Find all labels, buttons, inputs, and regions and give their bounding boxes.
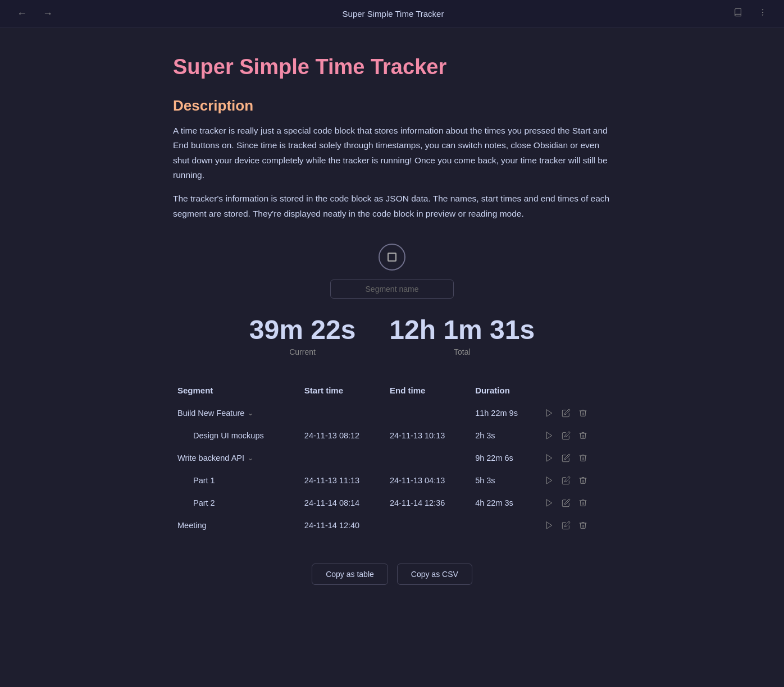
total-time-label: Total bbox=[454, 347, 471, 356]
play-icon bbox=[545, 498, 554, 507]
trash-icon bbox=[578, 521, 587, 530]
edit-button[interactable] bbox=[560, 497, 572, 509]
segment-name: Write backend API bbox=[177, 454, 244, 462]
edit-icon bbox=[562, 521, 571, 530]
cell-start: 24-11-13 11:13 bbox=[300, 469, 385, 492]
play-icon bbox=[545, 431, 554, 440]
table-header-row: Segment Start time End time Duration bbox=[173, 379, 611, 402]
cell-start: 24-11-14 12:40 bbox=[300, 514, 385, 537]
topbar-icons bbox=[730, 7, 771, 21]
play-button[interactable] bbox=[544, 497, 555, 509]
col-start: Start time bbox=[300, 379, 385, 402]
play-icon bbox=[545, 454, 554, 462]
play-button[interactable] bbox=[544, 452, 555, 464]
delete-button[interactable] bbox=[577, 475, 589, 486]
trash-icon bbox=[578, 476, 587, 485]
edit-icon bbox=[562, 476, 571, 485]
copy-as-table-button[interactable]: Copy as table bbox=[312, 564, 388, 585]
cell-actions bbox=[539, 447, 611, 469]
topbar-title: Super Simple Time Tracker bbox=[56, 9, 730, 19]
cell-start bbox=[300, 402, 385, 424]
play-icon bbox=[545, 409, 554, 418]
edit-icon bbox=[562, 409, 571, 418]
back-button[interactable]: ← bbox=[13, 7, 30, 21]
edit-button[interactable] bbox=[560, 452, 572, 464]
forward-button[interactable]: → bbox=[39, 7, 56, 21]
cell-segment: Write backend API⌄ bbox=[173, 447, 300, 469]
svg-point-2 bbox=[762, 15, 763, 15]
cell-segment: Build New Feature⌄ bbox=[173, 402, 300, 424]
delete-button[interactable] bbox=[577, 452, 589, 464]
delete-button[interactable] bbox=[577, 497, 589, 509]
cell-end: 24-11-14 12:36 bbox=[385, 492, 471, 514]
cell-end bbox=[385, 447, 471, 469]
total-time-value: 12h 1m 31s bbox=[389, 314, 535, 345]
play-button[interactable] bbox=[544, 430, 555, 441]
chevron-down-icon[interactable]: ⌄ bbox=[248, 454, 253, 462]
play-button[interactable] bbox=[544, 520, 555, 531]
cell-segment: Part 1 bbox=[173, 469, 300, 492]
edit-button[interactable] bbox=[560, 407, 572, 419]
copy-as-csv-button[interactable]: Copy as CSV bbox=[397, 564, 472, 585]
cell-duration: 11h 22m 9s bbox=[471, 402, 539, 424]
col-segment: Segment bbox=[173, 379, 300, 402]
delete-button[interactable] bbox=[577, 430, 589, 441]
segment-name-input[interactable] bbox=[330, 280, 454, 299]
cell-duration: 5h 3s bbox=[471, 469, 539, 492]
topbar: ← → Super Simple Time Tracker bbox=[0, 0, 784, 28]
nav-buttons: ← → bbox=[13, 7, 56, 21]
svg-marker-8 bbox=[547, 522, 552, 529]
table-row: Design UI mockups24-11-13 08:1224-11-13 … bbox=[173, 424, 611, 447]
delete-button[interactable] bbox=[577, 407, 589, 419]
cell-actions bbox=[539, 402, 611, 424]
edit-icon bbox=[562, 431, 571, 440]
cell-start bbox=[300, 447, 385, 469]
stop-button[interactable] bbox=[379, 244, 405, 271]
table-row: Part 124-11-13 11:1324-11-13 04:135h 3s bbox=[173, 469, 611, 492]
cell-actions bbox=[539, 424, 611, 447]
segment-name: Build New Feature bbox=[177, 409, 244, 418]
book-icon-button[interactable] bbox=[730, 7, 746, 21]
trash-icon bbox=[578, 431, 587, 440]
cell-start: 24-11-13 08:12 bbox=[300, 424, 385, 447]
svg-marker-5 bbox=[547, 455, 552, 461]
segment-name: Meeting bbox=[177, 521, 207, 530]
play-button[interactable] bbox=[544, 475, 555, 486]
cell-actions bbox=[539, 514, 611, 537]
delete-button[interactable] bbox=[577, 520, 589, 531]
tracker-table: Segment Start time End time Duration Bui… bbox=[173, 379, 611, 537]
edit-button[interactable] bbox=[560, 475, 572, 486]
edit-icon bbox=[562, 454, 571, 462]
cell-actions bbox=[539, 492, 611, 514]
col-end: End time bbox=[385, 379, 471, 402]
cell-duration: 2h 3s bbox=[471, 424, 539, 447]
segment-name: Part 1 bbox=[193, 476, 215, 485]
cell-end: 24-11-13 04:13 bbox=[385, 469, 471, 492]
edit-button[interactable] bbox=[560, 520, 572, 531]
table-row: Write backend API⌄9h 22m 6s bbox=[173, 447, 611, 469]
table-row: Build New Feature⌄11h 22m 9s bbox=[173, 402, 611, 424]
more-icon-button[interactable] bbox=[755, 7, 771, 21]
segment-name: Part 2 bbox=[193, 498, 215, 507]
edit-button[interactable] bbox=[560, 430, 572, 441]
main-content: Super Simple Time Tracker Description A … bbox=[139, 28, 645, 612]
cell-segment: Part 2 bbox=[173, 492, 300, 514]
play-button[interactable] bbox=[544, 407, 555, 419]
svg-marker-7 bbox=[547, 500, 552, 506]
description-p2: The tracker's information is stored in t… bbox=[173, 191, 611, 221]
cell-start: 24-11-14 08:14 bbox=[300, 492, 385, 514]
current-time-value: 39m 22s bbox=[249, 314, 356, 345]
svg-marker-3 bbox=[547, 410, 552, 416]
svg-point-1 bbox=[762, 12, 763, 12]
segment-name: Design UI mockups bbox=[193, 431, 264, 440]
cell-end: 24-11-13 10:13 bbox=[385, 424, 471, 447]
table-row: Meeting24-11-14 12:40 bbox=[173, 514, 611, 537]
chevron-down-icon[interactable]: ⌄ bbox=[248, 409, 253, 417]
stop-icon bbox=[388, 253, 396, 262]
more-icon bbox=[758, 8, 767, 17]
cell-actions bbox=[539, 469, 611, 492]
table-row: Part 224-11-14 08:1424-11-14 12:364h 22m… bbox=[173, 492, 611, 514]
cell-duration: 4h 22m 3s bbox=[471, 492, 539, 514]
current-time-label: Current bbox=[289, 347, 316, 356]
cell-end bbox=[385, 402, 471, 424]
